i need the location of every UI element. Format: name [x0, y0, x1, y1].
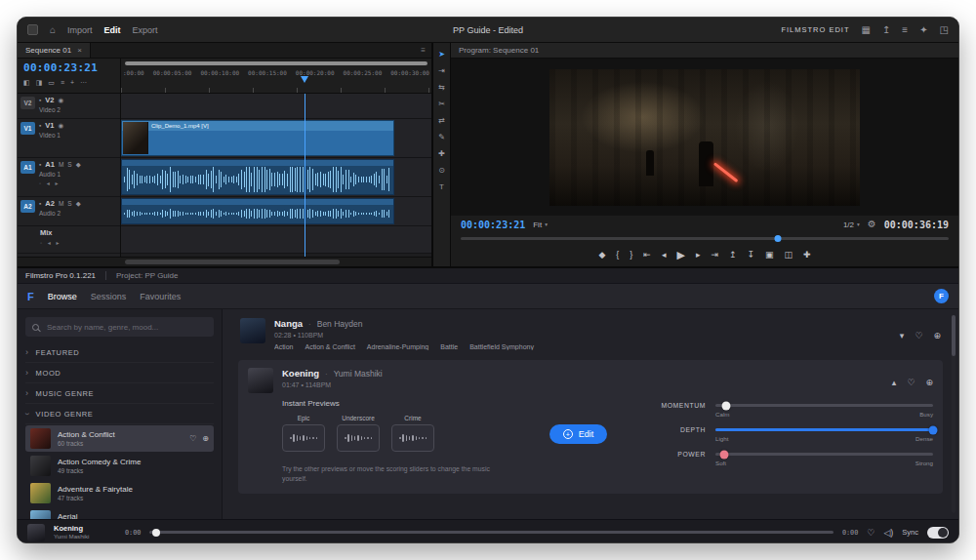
timeline-settings-icon[interactable]: ⋯	[80, 79, 87, 87]
track-lanes[interactable]: Clip_Demo_1.mp4 [V]	[121, 94, 431, 257]
menu-import[interactable]: Import	[67, 25, 93, 35]
settings-wrench-icon[interactable]: ⚙	[868, 220, 876, 229]
edit-button[interactable]: + Edit	[549, 424, 608, 444]
section-video-genre[interactable]: ›VIDEO GENRE	[25, 404, 214, 424]
genre-item-action-conflict[interactable]: Action & Conflict60 tracks ♡⊕	[25, 425, 214, 452]
mark-in-icon[interactable]: {	[616, 250, 619, 260]
resolution-dropdown[interactable]: 1/2▾	[843, 220, 860, 229]
player-progress-knob[interactable]	[152, 529, 160, 537]
slip-tool[interactable]: ⇄	[438, 117, 445, 125]
video-clip[interactable]: Clip_Demo_1.mp4 [V]	[121, 120, 394, 156]
heart-icon[interactable]: ♡	[915, 331, 922, 340]
add-marker-icon[interactable]: +	[70, 79, 74, 87]
tab-browse[interactable]: Browse	[48, 292, 77, 301]
slider-track[interactable]: Soft Strong	[715, 453, 933, 456]
slider-track[interactable]: Calm Busy	[715, 404, 933, 407]
tag[interactable]: Action	[274, 343, 293, 350]
filmstro-edit-label[interactable]: FILMSTRO EDIT	[781, 25, 849, 34]
program-timecode[interactable]: 00:00:23:21	[461, 220, 525, 230]
mute-button[interactable]: M	[59, 200, 63, 207]
track-select-tool[interactable]: ⇥	[438, 67, 445, 75]
quick-export-icon[interactable]: ↥	[882, 25, 890, 35]
collapse-icon[interactable]: ▴	[892, 378, 897, 387]
search-box[interactable]	[25, 317, 214, 337]
section-mood[interactable]: ›MOOD	[25, 363, 214, 383]
slider-knob[interactable]	[722, 401, 731, 410]
user-avatar[interactable]: F	[934, 289, 949, 303]
go-to-out-icon[interactable]: ⇥	[711, 250, 718, 260]
video-frame[interactable]	[549, 69, 860, 206]
menu-export[interactable]: Export	[133, 25, 158, 35]
button-editor-icon[interactable]: ✚	[803, 250, 811, 260]
extract-icon[interactable]: ↧	[748, 250, 755, 260]
track-header-v1[interactable]: V1 ▪V1◉ Video 1	[18, 119, 120, 158]
comparison-view-icon[interactable]: ◫	[785, 250, 793, 260]
sequence-tab[interactable]: Sequence 01 ×	[18, 43, 91, 58]
list-scrollbar[interactable]	[952, 315, 956, 513]
audio-clip-a1[interactable]	[121, 159, 394, 195]
power-slider[interactable]: POWER Soft Strong	[645, 451, 933, 458]
solo-button[interactable]: S	[67, 161, 71, 168]
playhead[interactable]	[305, 94, 305, 257]
scrollbar-thumb[interactable]	[952, 315, 956, 356]
heart-icon[interactable]: ♡	[907, 378, 915, 387]
insert-icon[interactable]: ◧	[23, 79, 30, 87]
step-back-icon[interactable]: ◂	[662, 250, 667, 260]
search-icon[interactable]: ✦	[919, 25, 927, 35]
progress-icon[interactable]: ≡	[902, 25, 908, 35]
preview-crime[interactable]: Crime	[391, 415, 434, 452]
track-card-koening[interactable]: Koening · Yumi Mashiki 01:47 • 114BPM ▴ …	[238, 360, 943, 494]
tag[interactable]: Battle	[440, 343, 458, 350]
eye-icon[interactable]: ◉	[59, 97, 64, 104]
program-scrubber[interactable]	[461, 233, 949, 243]
play-button[interactable]: ▶	[676, 249, 684, 261]
source-patch-v1[interactable]: V1	[20, 122, 35, 135]
fit-dropdown[interactable]: Fit▾	[533, 220, 548, 229]
linked-selection-icon[interactable]: ≡	[61, 79, 64, 87]
slider-knob[interactable]	[719, 450, 728, 459]
eye-icon[interactable]: ◉	[59, 122, 64, 130]
timeline-timecode[interactable]: 00:00:23:21	[23, 61, 114, 74]
solo-button[interactable]: S	[67, 200, 71, 207]
preview-epic[interactable]: Epic	[282, 415, 325, 452]
close-icon[interactable]: ×	[77, 46, 82, 55]
genre-item-aerial[interactable]: Aerial51 tracks	[25, 507, 214, 519]
tag[interactable]: Adrenaline-Pumping	[367, 343, 428, 350]
lock-icon[interactable]: ▪	[39, 161, 41, 168]
hscroll-thumb[interactable]	[125, 260, 340, 264]
source-patch-v2[interactable]: V2	[20, 97, 35, 109]
hand-tool[interactable]: ✚	[438, 150, 445, 158]
expand-icon[interactable]: ▾	[900, 331, 905, 340]
slider-track[interactable]: Light Dense	[715, 428, 933, 431]
source-patch-a1[interactable]: A1	[20, 161, 35, 174]
search-input[interactable]	[45, 322, 207, 333]
ripple-edit-tool[interactable]: ⇆	[438, 84, 445, 92]
heart-icon[interactable]: ♡	[867, 528, 874, 538]
track-volume-controls[interactable]: ◦ ◂ ▸	[39, 180, 117, 186]
filmstro-panel-title[interactable]: Filmstro Pro 0.1.221	[25, 271, 96, 280]
selection-tool[interactable]: ➤	[438, 51, 445, 59]
scrubber-playhead[interactable]	[775, 235, 782, 242]
workspaces-icon[interactable]: ▦	[861, 25, 870, 35]
heart-icon[interactable]: ♡	[189, 434, 196, 443]
track-header-a1[interactable]: A1 ▪A1MS◆ Audio 1 ◦ ◂ ▸	[18, 158, 120, 197]
mic-icon[interactable]: ◆	[76, 161, 81, 169]
zoom-tool[interactable]: ⊙	[438, 167, 445, 175]
add-icon[interactable]: ⊕	[933, 331, 941, 340]
genre-item-adventure-fairytale[interactable]: Adventure & Fairytale47 tracks	[25, 480, 214, 506]
scrubber-track[interactable]	[461, 237, 949, 240]
playhead-marker[interactable]	[301, 76, 308, 83]
lock-icon[interactable]: ▪	[39, 97, 41, 103]
mark-out-icon[interactable]: }	[630, 250, 632, 260]
add-marker-icon[interactable]: ◆	[598, 250, 605, 260]
track-volume-controls[interactable]: ◦ ◂ ▸	[40, 239, 117, 246]
step-forward-icon[interactable]: ▸	[696, 250, 701, 260]
mic-icon[interactable]: ◆	[76, 200, 81, 208]
preview-underscore[interactable]: Underscore	[337, 415, 380, 452]
section-music-genre[interactable]: ›MUSIC GENRE	[25, 383, 214, 404]
lane-mix[interactable]	[121, 226, 431, 254]
type-tool[interactable]: T	[439, 183, 444, 191]
timeline-ruler[interactable]: :00:00 00:00:05:00 00:00:10:00 00:00:15:…	[121, 59, 431, 93]
menu-edit[interactable]: Edit	[104, 25, 121, 35]
lock-icon[interactable]: ▪	[39, 122, 41, 129]
